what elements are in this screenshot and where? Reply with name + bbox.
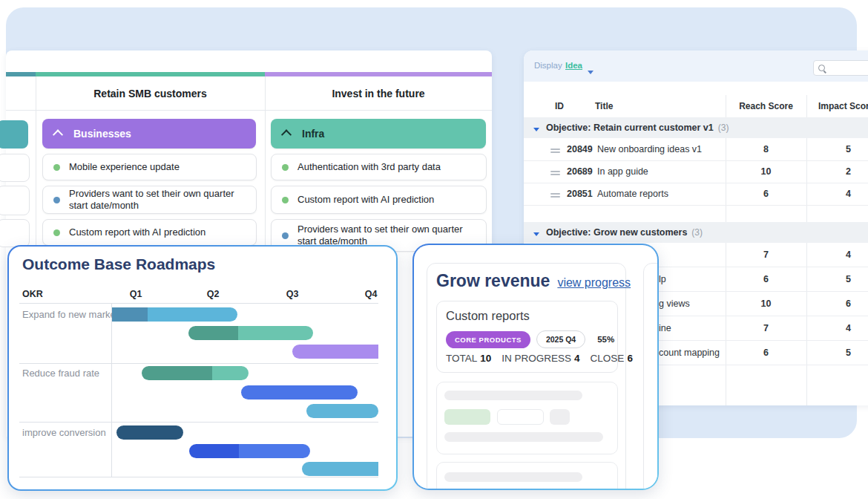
quarter-badge: 2025 Q4 (536, 330, 585, 348)
gantt-bar[interactable] (116, 425, 183, 440)
skeleton-pill-green (444, 409, 490, 425)
reach-score: 6 (726, 274, 806, 284)
gantt-bar[interactable] (241, 385, 358, 399)
idea-id-link[interactable]: 20849 (567, 144, 593, 154)
skeleton-pill-outline (497, 409, 544, 425)
gantt-bar[interactable] (142, 366, 249, 380)
reach-score: 10 (726, 299, 806, 309)
partial-card[interactable] (0, 154, 30, 182)
reach-score: 8 (726, 144, 806, 154)
search-input[interactable] (829, 63, 868, 74)
reach-score: 10 (726, 166, 806, 177)
key-result-card[interactable]: Custom reports CORE PRODUCTS 2025 Q4 55%… (436, 301, 618, 373)
objective-label: Objective: Grow new customers (546, 227, 687, 238)
status-dot-icon (53, 229, 60, 236)
stat-total: TOTAL10 (446, 353, 491, 364)
group-header-infra[interactable]: Infra (271, 119, 486, 149)
idea-card[interactable]: Authentication with 3rd party data (271, 154, 487, 180)
search-box[interactable] (813, 60, 868, 76)
idea-id-link[interactable]: 20689 (567, 166, 593, 177)
stats-row: TOTAL10 IN PROGRESS4 CLOSE6 (446, 353, 643, 364)
reach-score: 7 (726, 250, 806, 260)
skeleton-pill-gray (550, 409, 570, 425)
gantt-bar[interactable] (292, 345, 378, 359)
status-dot-icon (282, 197, 289, 203)
drag-handle-icon[interactable] (550, 192, 560, 199)
okr-row-label: Reduce fraud rate (22, 368, 99, 379)
skeleton-bar (444, 472, 582, 482)
display-label: Display (534, 61, 562, 70)
drag-handle-icon[interactable] (550, 169, 560, 177)
idea-card-text: Authentication with 3rd party data (297, 161, 450, 173)
objective-label: Objective: Retain current customer v1 (546, 123, 714, 133)
idea-card[interactable]: Providers want to set their own quarter … (42, 186, 257, 214)
idea-title-fragment: lp (659, 274, 666, 284)
chevron-down-icon[interactable] (533, 121, 539, 134)
idea-card-text: Custom report with AI prediction (297, 194, 443, 206)
view-progress-link[interactable]: view progress (557, 276, 631, 289)
drag-handle-icon[interactable] (550, 147, 560, 154)
idea-title-fragment: g views (659, 299, 690, 309)
row-divider (19, 363, 378, 364)
idea-card-text: Custom report with AI prediction (69, 226, 214, 238)
objective-card: Grow revenueview progress Custom reports… (427, 263, 626, 489)
group-label: Infra (302, 128, 324, 140)
objective-group-row[interactable]: Objective: Retain current customer v1 (3… (524, 117, 868, 138)
roadmap-title: Outcome Base Roadmaps (22, 255, 215, 273)
table-header-row: ID Title Reach Score Impact Score (524, 95, 868, 117)
objective-title: Grow revenueview progress (436, 271, 631, 291)
gantt-bar[interactable] (188, 326, 312, 340)
group-label: Businesses (73, 128, 131, 140)
display-dropdown[interactable]: Idea (565, 61, 582, 70)
search-icon (818, 65, 825, 71)
gantt-bar[interactable] (112, 307, 237, 322)
collapse-icon[interactable] (281, 129, 292, 140)
okr-row-label: improve conversion (22, 427, 106, 438)
stat-close: CLOSE6 (591, 353, 633, 364)
key-result-title: Custom reports (446, 309, 530, 323)
okr-progress-card: Grow revenueview progress Custom reports… (412, 244, 659, 490)
collapse-icon[interactable] (53, 129, 63, 140)
gantt-bar[interactable] (306, 404, 378, 418)
chevron-down-icon[interactable] (588, 64, 594, 77)
partial-group-header[interactable] (0, 120, 28, 149)
table-row[interactable]: 20849 New onboarding ideas v1 8 5 (524, 138, 868, 161)
col-header-impact[interactable]: Impact Score (818, 101, 868, 111)
impact-score: 4 (806, 323, 868, 333)
roadmap-card: Outcome Base Roadmaps OKR Q1 Q2 Q3 Q4 Ex… (7, 245, 398, 491)
idea-id-link[interactable]: 20851 (567, 189, 593, 199)
table-row[interactable]: 20689 In app guide 10 2 (524, 161, 868, 183)
col-header-id[interactable]: ID (555, 101, 564, 111)
gantt-bar[interactable] (189, 444, 310, 458)
quarter-header-q3: Q3 (274, 289, 311, 299)
group-header-businesses[interactable]: Businesses (42, 119, 256, 149)
next-objective-card[interactable] (643, 263, 657, 489)
status-dot-icon (53, 197, 60, 203)
row-divider (19, 477, 378, 477)
quarter-header-q2: Q2 (194, 289, 231, 299)
objective-count: (3) (691, 227, 703, 238)
status-dot-icon (282, 164, 289, 171)
partial-card[interactable] (0, 186, 30, 215)
okr-column-header: OKR (22, 289, 43, 299)
quarter-header-q1: Q1 (117, 289, 154, 299)
skeleton-bar (444, 391, 582, 400)
impact-score: 5 (806, 274, 868, 284)
idea-title-fragment: count mapping (659, 348, 720, 358)
status-dot-icon (282, 232, 289, 239)
core-products-badge: CORE PRODUCTS (446, 331, 530, 348)
objective-group-row[interactable]: Objective: Grow new customers (3) (524, 222, 868, 243)
header-divider (6, 110, 492, 111)
chevron-down-icon[interactable] (533, 226, 539, 239)
partial-card[interactable] (0, 219, 30, 247)
stat-in-progress: IN PROGRESS4 (502, 353, 579, 364)
table-row[interactable]: 20851 Automate reports 6 4 (524, 183, 868, 206)
idea-card[interactable]: Custom report with AI prediction (271, 186, 487, 214)
idea-card[interactable]: Custom report with AI prediction (42, 219, 257, 246)
idea-card[interactable]: Mobile experience update (42, 154, 257, 180)
reach-score: 6 (726, 189, 806, 199)
col-header-title[interactable]: Title (595, 101, 613, 111)
objective-count: (3) (718, 123, 729, 133)
gantt-bar[interactable] (302, 462, 378, 476)
col-header-reach[interactable]: Reach Score (726, 101, 806, 111)
